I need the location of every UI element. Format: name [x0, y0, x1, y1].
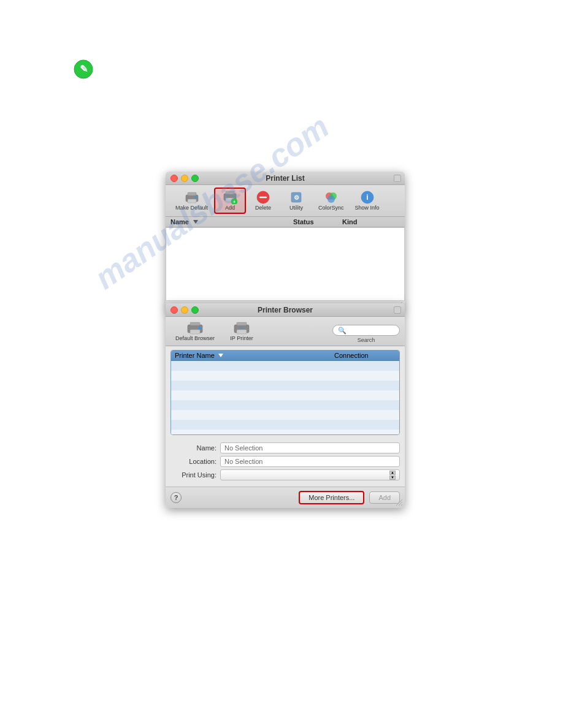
printer-name-sort-icon [218, 354, 223, 357]
search-label: Search [332, 337, 400, 343]
print-using-label: Print Using: [170, 471, 216, 479]
make-default-button[interactable]: Make Default [170, 189, 213, 213]
location-field-label: Location: [170, 458, 216, 465]
printer-list-title: Printer List [266, 174, 304, 183]
connection-column-header[interactable]: Connection [334, 352, 396, 359]
colorsync-button[interactable]: ColorSync [313, 189, 349, 213]
sort-arrow-icon [193, 220, 198, 224]
browser-bottom-bar: ? More Printers... Add [166, 487, 405, 508]
browser-close-button[interactable] [170, 306, 178, 314]
printer-icon [183, 191, 201, 204]
search-icon: 🔍 [338, 327, 347, 335]
stepper-down-icon[interactable]: ▼ [389, 476, 396, 480]
make-default-label: Make Default [175, 205, 208, 211]
search-input[interactable]: 🔍 [332, 325, 400, 336]
help-button[interactable]: ? [170, 492, 182, 503]
search-box: 🔍 Search [332, 325, 400, 343]
name-field-label: Name: [170, 444, 216, 452]
show-info-button[interactable]: i Show Info [350, 189, 385, 213]
svg-rect-4 [188, 199, 196, 203]
svg-rect-28 [237, 322, 247, 325]
location-field-row: Location: No Selection [170, 456, 400, 467]
name-field-value: No Selection [220, 442, 400, 453]
default-browser-button[interactable]: Default Browser [170, 319, 220, 343]
utility-button[interactable]: ⚙ Utility [280, 189, 312, 213]
info-icon: i [359, 191, 376, 204]
svg-point-26 [199, 327, 202, 330]
status-column-header[interactable]: Status [293, 218, 342, 226]
browser-zoom-button[interactable] [191, 306, 199, 314]
zoom-button[interactable] [191, 175, 199, 182]
printer-list-titlebar: Printer List [166, 172, 405, 185]
ip-printer-label: IP Printer [230, 335, 253, 341]
svg-text:i: i [366, 193, 368, 202]
delete-label: Delete [255, 205, 271, 211]
svg-rect-24 [190, 322, 200, 325]
browser-table-body [171, 361, 399, 434]
svg-point-5 [194, 196, 197, 199]
delete-printer-button[interactable]: Delete [247, 189, 279, 213]
stepper[interactable]: ▲ ▼ [389, 471, 396, 480]
svg-rect-29 [237, 330, 247, 334]
printer-list-table-header: Name Status Kind [166, 217, 405, 227]
kind-column-header[interactable]: Kind [342, 218, 400, 226]
show-info-label: Show Info [355, 205, 380, 211]
utility-label: Utility [289, 205, 303, 211]
svg-text:IP: IP [240, 326, 243, 330]
printer-browser-toolbar: Default Browser IP IP Printer 🔍 Search [166, 317, 405, 346]
ip-printer-icon: IP [233, 321, 250, 335]
printer-browser-table: Printer Name Connection [170, 350, 400, 435]
printer-browser-window: Printer Browser Default Browser [166, 303, 405, 508]
default-browser-label: Default Browser [175, 335, 215, 341]
browser-traffic-lights [170, 306, 199, 314]
colorsync-icon [323, 191, 340, 204]
browser-minimize-button[interactable] [181, 306, 188, 314]
printer-browser-titlebar: Printer Browser [166, 303, 405, 317]
name-field-row: Name: No Selection [170, 442, 400, 453]
utility-icon: ⚙ [288, 191, 305, 204]
close-button[interactable] [170, 175, 178, 182]
resize-button[interactable] [394, 175, 401, 182]
svg-rect-3 [188, 192, 196, 195]
ip-printer-button[interactable]: IP IP Printer [222, 319, 261, 343]
printer-browser-title: Printer Browser [258, 306, 313, 314]
colorsync-label: ColorSync [318, 205, 344, 211]
minimize-button[interactable] [181, 175, 188, 182]
print-using-field-row: Print Using: ▲ ▼ [170, 469, 400, 480]
browser-table-header: Printer Name Connection [171, 351, 399, 361]
add-printer-icon: + [221, 191, 239, 204]
printer-list-window: Printer List Make Default [166, 172, 405, 309]
svg-line-33 [401, 504, 402, 506]
svg-text:⚙: ⚙ [294, 194, 299, 201]
traffic-lights [170, 175, 199, 182]
svg-point-17 [327, 195, 335, 203]
default-browser-icon [186, 321, 204, 335]
printer-name-column-header[interactable]: Printer Name [175, 352, 334, 359]
svg-text:+: + [233, 199, 236, 204]
location-field-value: No Selection [220, 456, 400, 467]
add-label: Add [225, 205, 235, 211]
printer-list-toolbar: Make Default + Add [166, 185, 405, 217]
printer-form: Name: No Selection Location: No Selectio… [166, 439, 405, 487]
print-using-select[interactable]: ▲ ▼ [220, 469, 400, 480]
more-printers-button[interactable]: More Printers... [299, 491, 364, 504]
svg-rect-25 [190, 330, 200, 334]
browser-resize-corner[interactable] [396, 499, 402, 507]
add-printer-button[interactable]: + Add [214, 188, 246, 214]
stepper-up-icon[interactable]: ▲ [389, 471, 396, 475]
browser-resize-button[interactable] [394, 306, 401, 314]
delete-icon [255, 191, 272, 204]
printer-list-table-body [166, 227, 405, 301]
add-button[interactable]: Add [369, 491, 400, 504]
svg-rect-7 [226, 191, 234, 194]
svg-text:✎: ✎ [80, 64, 88, 74]
name-column-header[interactable]: Name [170, 218, 293, 226]
top-status-icon: ✎ [74, 59, 93, 79]
